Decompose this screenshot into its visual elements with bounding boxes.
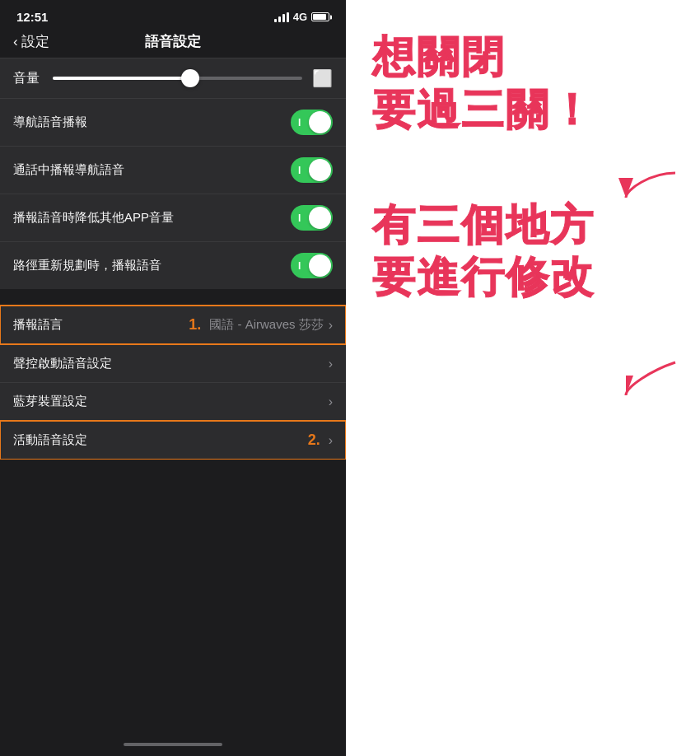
- language-value: 國語 - Airwaves 莎莎: [209, 317, 323, 333]
- toggle-2[interactable]: I: [291, 205, 333, 231]
- signal-bars-icon: [274, 12, 289, 22]
- status-time: 12:51: [16, 10, 48, 24]
- arrow-1-icon: [618, 165, 684, 214]
- status-bar: 12:51 4G: [0, 0, 346, 29]
- toggle-label-0: 導航語音播報: [13, 114, 87, 130]
- annotation-line-3: 有三個地方: [372, 201, 595, 250]
- language-label: 播報語言: [13, 317, 63, 333]
- active-voice-label: 活動語音設定: [13, 432, 87, 448]
- phone-panel: 12:51 4G ‹ 設定 語音設定 音量 ⬜: [0, 0, 346, 756]
- battery-icon: [311, 12, 329, 21]
- annotation-1: 1.: [185, 316, 204, 334]
- annotation-line-4: 要進行修改: [372, 253, 595, 302]
- nav-rows-group: 播報語言 1. 國語 - Airwaves 莎莎 › 聲控啟動語音設定 › 藍芽…: [0, 306, 346, 460]
- toggle-i-3: I: [298, 260, 301, 272]
- toggle-1[interactable]: I: [291, 157, 333, 183]
- annotation-2: 2.: [305, 432, 324, 449]
- language-right: 1. 國語 - Airwaves 莎莎 ›: [185, 316, 333, 334]
- volume-label: 音量: [13, 70, 43, 87]
- toggle-row-1: 通話中播報導航語音 I: [0, 146, 346, 194]
- toggle-rows-group: 導航語音播報 I 通話中播報導航語音 I 播報語音時降低其他APP音量 I 路徑…: [0, 99, 346, 289]
- annotation-line-2: 要過三關！: [372, 86, 595, 135]
- network-type: 4G: [293, 11, 307, 23]
- home-indicator: [124, 743, 222, 746]
- nav-row-language[interactable]: 播報語言 1. 國語 - Airwaves 莎莎 ›: [0, 306, 346, 344]
- toggle-i-2: I: [298, 212, 301, 224]
- nav-back-button[interactable]: ‹ 設定: [13, 32, 49, 51]
- section-gap: [0, 289, 346, 306]
- toggle-3[interactable]: I: [291, 253, 333, 278]
- airplay-icon[interactable]: ⬜: [312, 68, 333, 88]
- language-chevron-icon: ›: [329, 318, 333, 333]
- bluetooth-chevron-icon: ›: [329, 394, 333, 409]
- voice-control-label: 聲控啟動語音設定: [13, 356, 112, 371]
- annotation-panel: 想關閉 要過三關！ 有三個地方 要進行修改: [346, 0, 700, 756]
- status-right: 4G: [274, 11, 329, 23]
- annotation-line-1: 想關閉: [372, 33, 595, 82]
- back-chevron-icon: ‹: [13, 34, 18, 50]
- nav-bar: ‹ 設定 語音設定: [0, 29, 346, 58]
- toggle-label-3: 路徑重新規劃時，播報語音: [13, 258, 161, 273]
- back-label: 設定: [21, 32, 49, 51]
- voice-control-right: ›: [329, 357, 333, 371]
- toggle-label-1: 通話中播報導航語音: [13, 162, 124, 178]
- volume-slider[interactable]: [53, 77, 302, 80]
- home-bar: [0, 733, 346, 756]
- page-title: 語音設定: [145, 32, 201, 51]
- active-voice-right: 2. ›: [305, 432, 333, 449]
- volume-row: 音量 ⬜: [0, 58, 346, 98]
- toggle-0[interactable]: I: [291, 110, 333, 135]
- toggle-label-2: 播報語音時降低其他APP音量: [13, 210, 174, 226]
- bluetooth-label: 藍芽裝置設定: [13, 394, 87, 409]
- toggle-i-0: I: [298, 117, 301, 128]
- voice-control-chevron-icon: ›: [329, 357, 333, 371]
- toggle-row-3: 路徑重新規劃時，播報語音 I: [0, 241, 346, 289]
- nav-row-bluetooth[interactable]: 藍芽裝置設定 ›: [0, 383, 346, 420]
- nav-row-voice-control[interactable]: 聲控啟動語音設定 ›: [0, 345, 346, 382]
- toggle-row-0: 導航語音播報 I: [0, 99, 346, 146]
- annotation-block-2: 有三個地方 要進行修改: [372, 201, 595, 303]
- toggle-i-1: I: [298, 165, 301, 176]
- bluetooth-right: ›: [329, 394, 333, 409]
- toggle-row-2: 播報語音時降低其他APP音量 I: [0, 194, 346, 241]
- active-voice-chevron-icon: ›: [329, 433, 333, 448]
- annotation-block-1: 想關閉 要過三關！: [372, 33, 595, 135]
- nav-row-active-voice[interactable]: 活動語音設定 2. ›: [0, 421, 346, 460]
- arrow-2-icon: [618, 354, 684, 404]
